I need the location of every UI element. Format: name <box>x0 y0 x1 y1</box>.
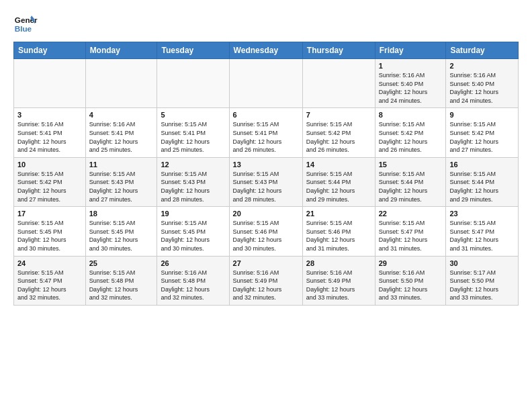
calendar-cell: 3Sunrise: 5:16 AM Sunset: 5:41 PM Daylig… <box>14 108 86 157</box>
day-number: 3 <box>17 111 82 119</box>
day-number: 6 <box>233 111 299 119</box>
page: General Blue SundayMondayTuesdayWednesda… <box>0 0 532 411</box>
calendar-cell: 21Sunrise: 5:15 AM Sunset: 5:46 PM Dayli… <box>302 207 375 256</box>
calendar-cell: 9Sunrise: 5:15 AM Sunset: 5:42 PM Daylig… <box>446 108 519 157</box>
day-number: 7 <box>306 111 371 119</box>
weekday-header: Monday <box>85 42 157 59</box>
day-info: Sunrise: 5:16 AM Sunset: 5:49 PM Dayligh… <box>233 269 299 302</box>
day-number: 19 <box>161 210 225 218</box>
svg-text:Blue: Blue <box>15 24 32 33</box>
day-info: Sunrise: 5:15 AM Sunset: 5:47 PM Dayligh… <box>449 219 515 253</box>
day-info: Sunrise: 5:15 AM Sunset: 5:47 PM Dayligh… <box>17 269 82 302</box>
day-number: 18 <box>89 210 154 218</box>
day-number: 1 <box>379 62 443 70</box>
day-number: 10 <box>17 161 82 169</box>
calendar: SundayMondayTuesdayWednesdayThursdayFrid… <box>13 42 519 306</box>
day-number: 21 <box>306 210 371 218</box>
day-number: 9 <box>449 111 515 119</box>
calendar-cell: 17Sunrise: 5:15 AM Sunset: 5:45 PM Dayli… <box>14 207 86 256</box>
day-info: Sunrise: 5:15 AM Sunset: 5:44 PM Dayligh… <box>306 170 371 203</box>
day-info: Sunrise: 5:15 AM Sunset: 5:44 PM Dayligh… <box>449 170 515 203</box>
day-info: Sunrise: 5:16 AM Sunset: 5:49 PM Dayligh… <box>306 269 371 302</box>
weekday-header: Tuesday <box>157 42 229 59</box>
calendar-cell <box>157 59 229 108</box>
day-info: Sunrise: 5:15 AM Sunset: 5:43 PM Dayligh… <box>89 170 154 203</box>
calendar-cell: 8Sunrise: 5:15 AM Sunset: 5:42 PM Daylig… <box>375 108 446 157</box>
calendar-cell: 2Sunrise: 5:16 AM Sunset: 5:40 PM Daylig… <box>446 59 519 108</box>
day-info: Sunrise: 5:16 AM Sunset: 5:50 PM Dayligh… <box>379 269 443 302</box>
calendar-week-row: 10Sunrise: 5:15 AM Sunset: 5:42 PM Dayli… <box>14 157 519 206</box>
day-number: 25 <box>89 259 154 267</box>
calendar-cell: 13Sunrise: 5:15 AM Sunset: 5:43 PM Dayli… <box>229 157 302 206</box>
day-number: 11 <box>89 161 154 169</box>
calendar-cell: 14Sunrise: 5:15 AM Sunset: 5:44 PM Dayli… <box>302 157 375 206</box>
calendar-cell: 1Sunrise: 5:16 AM Sunset: 5:40 PM Daylig… <box>375 59 446 108</box>
calendar-cell: 20Sunrise: 5:15 AM Sunset: 5:46 PM Dayli… <box>229 207 302 256</box>
day-number: 24 <box>17 259 82 267</box>
day-info: Sunrise: 5:15 AM Sunset: 5:48 PM Dayligh… <box>89 269 154 302</box>
calendar-cell: 6Sunrise: 5:15 AM Sunset: 5:41 PM Daylig… <box>229 108 302 157</box>
logo-icon: General Blue <box>13 11 38 35</box>
calendar-cell: 18Sunrise: 5:15 AM Sunset: 5:45 PM Dayli… <box>85 207 157 256</box>
day-info: Sunrise: 5:15 AM Sunset: 5:41 PM Dayligh… <box>161 120 225 154</box>
day-number: 12 <box>161 161 225 169</box>
calendar-cell: 19Sunrise: 5:15 AM Sunset: 5:45 PM Dayli… <box>157 207 229 256</box>
day-number: 16 <box>449 161 515 169</box>
day-number: 15 <box>379 161 443 169</box>
calendar-week-row: 17Sunrise: 5:15 AM Sunset: 5:45 PM Dayli… <box>14 207 519 256</box>
weekday-header: Friday <box>375 42 446 59</box>
day-info: Sunrise: 5:15 AM Sunset: 5:44 PM Dayligh… <box>379 170 443 203</box>
day-info: Sunrise: 5:16 AM Sunset: 5:40 PM Dayligh… <box>379 71 443 105</box>
day-number: 23 <box>449 210 515 218</box>
calendar-cell: 22Sunrise: 5:15 AM Sunset: 5:47 PM Dayli… <box>375 207 446 256</box>
calendar-cell <box>229 59 302 108</box>
calendar-week-row: 3Sunrise: 5:16 AM Sunset: 5:41 PM Daylig… <box>14 108 519 157</box>
day-info: Sunrise: 5:16 AM Sunset: 5:40 PM Dayligh… <box>449 71 515 105</box>
calendar-cell <box>302 59 375 108</box>
calendar-cell: 30Sunrise: 5:17 AM Sunset: 5:50 PM Dayli… <box>446 256 519 305</box>
day-number: 5 <box>161 111 225 119</box>
logo: General Blue <box>13 11 40 35</box>
day-info: Sunrise: 5:15 AM Sunset: 5:41 PM Dayligh… <box>233 120 299 154</box>
day-number: 14 <box>306 161 371 169</box>
calendar-cell <box>14 59 86 108</box>
day-info: Sunrise: 5:15 AM Sunset: 5:45 PM Dayligh… <box>17 219 82 253</box>
day-info: Sunrise: 5:15 AM Sunset: 5:42 PM Dayligh… <box>379 120 443 154</box>
day-info: Sunrise: 5:15 AM Sunset: 5:45 PM Dayligh… <box>89 219 154 253</box>
day-info: Sunrise: 5:15 AM Sunset: 5:43 PM Dayligh… <box>161 170 225 203</box>
calendar-week-row: 1Sunrise: 5:16 AM Sunset: 5:40 PM Daylig… <box>14 59 519 108</box>
calendar-cell: 25Sunrise: 5:15 AM Sunset: 5:48 PM Dayli… <box>85 256 157 305</box>
day-info: Sunrise: 5:15 AM Sunset: 5:46 PM Dayligh… <box>306 219 371 253</box>
day-number: 27 <box>233 259 299 267</box>
weekday-header: Saturday <box>446 42 519 59</box>
calendar-cell: 23Sunrise: 5:15 AM Sunset: 5:47 PM Dayli… <box>446 207 519 256</box>
calendar-cell: 4Sunrise: 5:16 AM Sunset: 5:41 PM Daylig… <box>85 108 157 157</box>
day-number: 29 <box>379 259 443 267</box>
calendar-cell: 12Sunrise: 5:15 AM Sunset: 5:43 PM Dayli… <box>157 157 229 206</box>
calendar-cell: 15Sunrise: 5:15 AM Sunset: 5:44 PM Dayli… <box>375 157 446 206</box>
day-info: Sunrise: 5:15 AM Sunset: 5:42 PM Dayligh… <box>449 120 515 154</box>
header: General Blue <box>13 11 519 35</box>
day-info: Sunrise: 5:15 AM Sunset: 5:45 PM Dayligh… <box>161 219 225 253</box>
day-number: 4 <box>89 111 154 119</box>
calendar-cell: 10Sunrise: 5:15 AM Sunset: 5:42 PM Dayli… <box>14 157 86 206</box>
svg-text:General: General <box>15 15 38 24</box>
day-info: Sunrise: 5:15 AM Sunset: 5:47 PM Dayligh… <box>379 219 443 253</box>
calendar-cell: 26Sunrise: 5:16 AM Sunset: 5:48 PM Dayli… <box>157 256 229 305</box>
calendar-cell <box>85 59 157 108</box>
day-number: 2 <box>449 62 515 70</box>
day-info: Sunrise: 5:15 AM Sunset: 5:43 PM Dayligh… <box>233 170 299 203</box>
day-number: 26 <box>161 259 225 267</box>
weekday-header: Thursday <box>302 42 375 59</box>
day-number: 8 <box>379 111 443 119</box>
day-info: Sunrise: 5:15 AM Sunset: 5:42 PM Dayligh… <box>17 170 82 203</box>
day-number: 28 <box>306 259 371 267</box>
calendar-cell: 16Sunrise: 5:15 AM Sunset: 5:44 PM Dayli… <box>446 157 519 206</box>
calendar-cell: 28Sunrise: 5:16 AM Sunset: 5:49 PM Dayli… <box>302 256 375 305</box>
day-info: Sunrise: 5:16 AM Sunset: 5:41 PM Dayligh… <box>89 120 154 154</box>
calendar-cell: 5Sunrise: 5:15 AM Sunset: 5:41 PM Daylig… <box>157 108 229 157</box>
calendar-cell: 11Sunrise: 5:15 AM Sunset: 5:43 PM Dayli… <box>85 157 157 206</box>
calendar-week-row: 24Sunrise: 5:15 AM Sunset: 5:47 PM Dayli… <box>14 256 519 305</box>
calendar-cell: 24Sunrise: 5:15 AM Sunset: 5:47 PM Dayli… <box>14 256 86 305</box>
calendar-cell: 29Sunrise: 5:16 AM Sunset: 5:50 PM Dayli… <box>375 256 446 305</box>
